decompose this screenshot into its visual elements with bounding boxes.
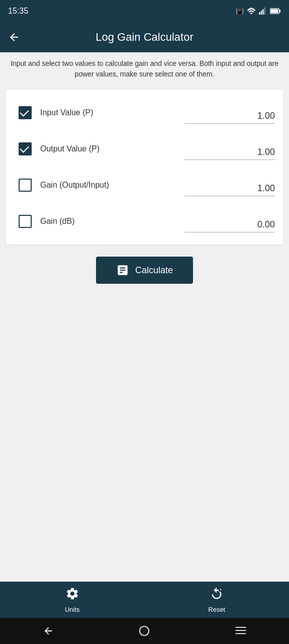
gain-db-label: Gain (dB) — [40, 217, 74, 226]
svg-rect-6 — [270, 9, 278, 13]
svg-rect-5 — [279, 10, 281, 12]
gain-ratio-field[interactable] — [184, 181, 275, 196]
output-value-checkbox-box — [19, 142, 32, 155]
battery-icon — [270, 8, 281, 14]
gain-db-checkbox[interactable] — [14, 210, 36, 232]
units-nav-item[interactable]: Units — [0, 587, 145, 613]
input-value-row: Input Value (P) — [14, 94, 275, 128]
svg-point-7 — [219, 587, 223, 592]
input-value-label: Input Value (P) — [40, 108, 93, 117]
wifi-icon — [247, 8, 256, 15]
calculate-icon — [116, 264, 129, 277]
calculate-label: Calculate — [135, 265, 173, 276]
signal-icon — [259, 8, 267, 15]
reset-nav-item[interactable]: Reset — [145, 587, 290, 613]
svg-rect-11 — [235, 633, 246, 634]
description-text: Input and select two values to calculate… — [11, 59, 278, 78]
description: Input and select two values to calculate… — [0, 52, 289, 86]
status-time: 15:35 — [8, 7, 28, 16]
status-icons: 📳 — [236, 8, 281, 15]
svg-rect-3 — [264, 8, 265, 15]
svg-rect-1 — [261, 11, 262, 15]
reset-icon — [210, 587, 224, 604]
gain-ratio-label: Gain (Output/Input) — [40, 181, 109, 190]
output-value-checkbox[interactable] — [14, 138, 36, 160]
gain-db-checkbox-box — [19, 215, 32, 228]
units-label: Units — [65, 606, 80, 613]
calculate-button[interactable]: Calculate — [96, 257, 193, 284]
gain-ratio-row: Gain (Output/Input) — [14, 166, 275, 200]
gain-db-row: Gain (dB) — [14, 202, 275, 236]
svg-rect-9 — [235, 627, 246, 628]
system-nav — [0, 618, 289, 644]
gain-ratio-checkbox-box — [19, 179, 32, 192]
vibrate-icon: 📳 — [236, 8, 244, 15]
input-value-checkbox[interactable] — [14, 102, 36, 124]
output-value-field[interactable] — [184, 145, 275, 160]
units-icon — [65, 587, 79, 604]
app-bar: Log Gain Calculator — [0, 22, 289, 52]
reset-label: Reset — [208, 606, 225, 613]
input-value-field[interactable] — [184, 109, 275, 124]
svg-rect-10 — [235, 630, 246, 631]
back-button[interactable] — [8, 31, 20, 43]
calculate-button-container: Calculate — [6, 257, 283, 284]
status-bar: 15:35 📳 — [0, 0, 289, 22]
system-home-button[interactable] — [129, 621, 159, 641]
output-value-row: Output Value (P) — [14, 130, 275, 164]
svg-point-8 — [140, 626, 149, 635]
svg-rect-2 — [262, 9, 263, 15]
bottom-nav: Units Reset — [0, 582, 289, 618]
input-value-checkbox-box — [19, 106, 32, 119]
output-value-label: Output Value (P) — [40, 144, 100, 153]
system-menu-button[interactable] — [226, 621, 256, 641]
gain-db-field[interactable] — [184, 217, 275, 232]
system-back-button[interactable] — [33, 621, 63, 641]
main-content: Input Value (P) Output Value (P) — [0, 86, 289, 582]
app-title: Log Gain Calculator — [28, 31, 261, 44]
svg-rect-0 — [259, 12, 260, 15]
calculator-card: Input Value (P) Output Value (P) — [6, 90, 283, 245]
gain-ratio-checkbox[interactable] — [14, 174, 36, 196]
